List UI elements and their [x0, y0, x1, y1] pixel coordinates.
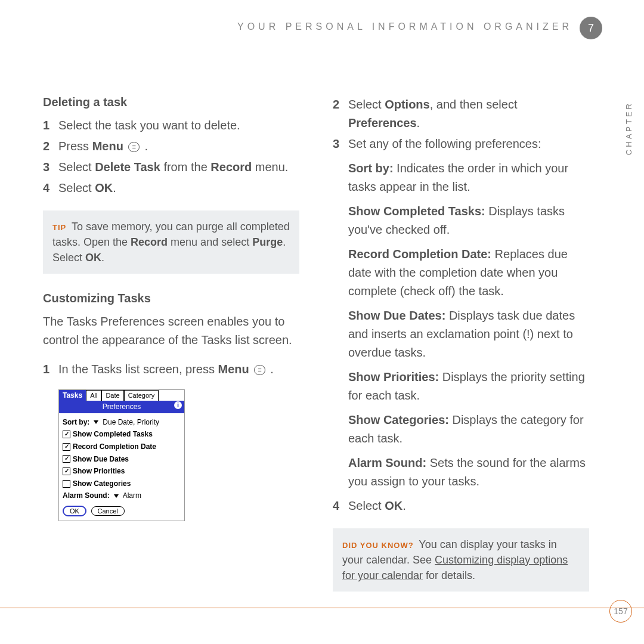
pref-checkbox-row: ✓Show Due Dates	[63, 454, 181, 465]
palm-subtitle: Preferencesi	[59, 401, 184, 413]
ok-button[interactable]: OK	[63, 506, 86, 516]
dropdown-icon[interactable]	[114, 494, 119, 498]
did-you-know-callout: DID YOU KNOW? You can display your tasks…	[333, 528, 589, 592]
menu-button-icon: ≡	[128, 142, 139, 152]
page-number: 157	[609, 600, 632, 623]
customize-step4: 4Select OK.	[333, 497, 589, 515]
section-title: YOUR PERSONAL INFORMATION ORGANIZER	[237, 21, 572, 32]
pref-item: Show Completed Tasks: Displays tasks you…	[348, 202, 589, 239]
checkbox-icon[interactable]: ✓	[63, 455, 70, 463]
list-item: 2Select Options, and then select Prefere…	[333, 95, 589, 132]
pref-item: Show Categories: Displays the category f…	[348, 411, 589, 448]
palm-header: Tasks All Date Category	[59, 390, 184, 401]
heading-deleting-task: Deleting a task	[43, 93, 299, 112]
sort-by-row: Sort by:Due Date, Priority	[63, 417, 181, 428]
tip-label: TIP	[52, 223, 66, 232]
pref-checkbox-row: ✓Show Completed Tasks	[63, 429, 181, 440]
preference-defs: Sort by: Indicates the order in which yo…	[348, 159, 589, 491]
list-item: 4Select OK.	[333, 497, 589, 515]
tab-date[interactable]: Date	[101, 390, 123, 401]
list-item: 1In the Tasks list screen, press Menu ≡ …	[43, 360, 299, 379]
palm-body: Sort by:Due Date, Priority ✓Show Complet…	[59, 413, 184, 521]
app-title: Tasks	[59, 390, 86, 401]
customizing-intro: The Tasks Preferences screen enables you…	[43, 312, 299, 349]
customize-steps-cont: 2Select Options, and then select Prefere…	[333, 95, 589, 153]
preferences-screenshot: Tasks All Date Category Preferencesi Sor…	[58, 389, 185, 521]
checkbox-icon[interactable]: ✓	[63, 443, 70, 451]
info-icon[interactable]: i	[174, 401, 182, 409]
heading-customizing-tasks: Customizing Tasks	[43, 289, 299, 308]
list-item: 4Select OK.	[43, 179, 299, 197]
tab-all[interactable]: All	[86, 390, 101, 401]
content-columns: Deleting a task 1Select the task you wan…	[43, 93, 608, 607]
manual-page: YOUR PERSONAL INFORMATION ORGANIZER 7 CH…	[0, 0, 644, 644]
delete-steps: 1Select the task you want to delete. 2Pr…	[43, 116, 299, 197]
cancel-button[interactable]: Cancel	[91, 506, 125, 516]
pref-item: Show Priorities: Displays the priority s…	[348, 368, 589, 405]
checkbox-icon[interactable]: ✓	[63, 467, 70, 475]
pref-item: Show Due Dates: Displays task due dates …	[348, 306, 589, 362]
alarm-sound-row: Alarm Sound:Alarm	[63, 490, 181, 501]
pref-item: Record Completion Date: Replaces due dat…	[348, 245, 589, 301]
page-header: YOUR PERSONAL INFORMATION ORGANIZER 7	[43, 21, 608, 45]
list-item: 2Press Menu ≡ .	[43, 137, 299, 156]
list-item: 3Select Delete Task from the Record menu…	[43, 158, 299, 177]
chapter-number-badge: 7	[580, 17, 602, 39]
left-column: Deleting a task 1Select the task you wan…	[43, 93, 299, 607]
pref-item: Alarm Sound: Sets the sound for the alar…	[348, 454, 589, 491]
pref-checkbox-row: ✓Show Priorities	[63, 466, 181, 477]
menu-button-icon: ≡	[254, 365, 265, 375]
chapter-side-label: CHAPTER	[624, 101, 633, 155]
list-item: 3Set any of the following preferences:	[333, 135, 589, 153]
right-column: 2Select Options, and then select Prefere…	[333, 93, 589, 607]
pref-checkbox-row: Show Categories	[63, 478, 181, 490]
customize-steps: 1In the Tasks list screen, press Menu ≡ …	[43, 360, 299, 379]
tab-category[interactable]: Category	[124, 390, 159, 401]
checkbox-icon[interactable]: ✓	[63, 431, 70, 438]
checkbox-icon[interactable]	[63, 480, 70, 488]
tip-callout: TIP To save memory, you can purge all co…	[43, 210, 299, 274]
footer-rule	[0, 608, 644, 608]
list-item: 1Select the task you want to delete.	[43, 116, 299, 135]
dropdown-icon[interactable]	[94, 420, 98, 424]
dyk-label: DID YOU KNOW?	[342, 541, 414, 550]
palm-buttons: OK Cancel	[63, 505, 181, 517]
pref-item: Sort by: Indicates the order in which yo…	[348, 159, 589, 196]
pref-checkbox-row: ✓Record Completion Date	[63, 441, 181, 453]
